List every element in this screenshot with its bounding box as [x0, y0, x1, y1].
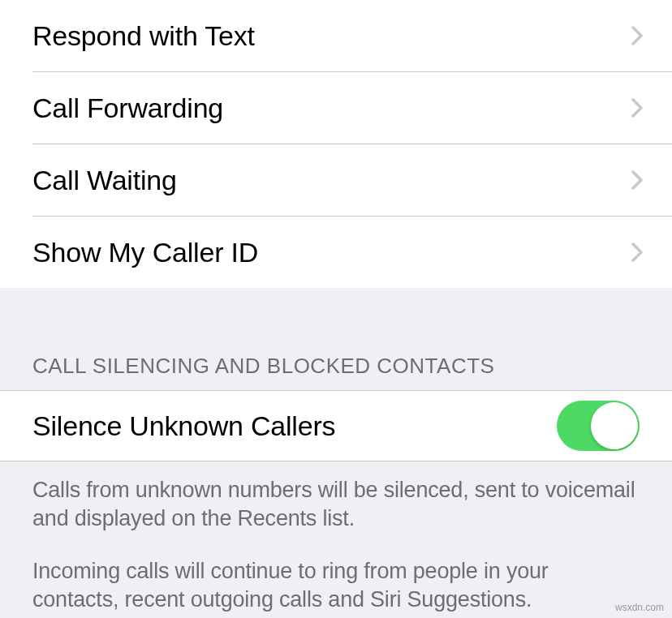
row-label: Show My Caller ID — [32, 237, 258, 268]
footer-paragraph-1: Calls from unknown numbers will be silen… — [32, 476, 640, 533]
toggle-knob — [591, 402, 638, 449]
chevron-right-icon — [627, 242, 648, 263]
row-call-waiting[interactable]: Call Waiting — [0, 144, 672, 216]
row-label: Call Waiting — [32, 165, 177, 196]
toggle-silence-unknown-callers[interactable] — [557, 401, 640, 451]
section-header-call-silencing: CALL SILENCING AND BLOCKED CONTACTS — [0, 288, 672, 390]
chevron-right-icon — [627, 170, 648, 191]
section-footer: Calls from unknown numbers will be silen… — [0, 461, 672, 614]
section-header-label: CALL SILENCING AND BLOCKED CONTACTS — [32, 354, 494, 379]
row-respond-with-text[interactable]: Respond with Text — [0, 0, 672, 71]
row-show-my-caller-id[interactable]: Show My Caller ID — [0, 217, 672, 288]
chevron-right-icon — [627, 97, 648, 118]
footer-paragraph-2: Incoming calls will continue to ring fro… — [32, 557, 640, 614]
row-silence-unknown-callers: Silence Unknown Callers — [0, 390, 672, 461]
row-label: Respond with Text — [32, 20, 255, 52]
row-label: Silence Unknown Callers — [32, 410, 335, 442]
settings-section-calls: Respond with Text Call Forwarding Call W… — [0, 0, 672, 288]
row-label: Call Forwarding — [32, 92, 223, 124]
row-call-forwarding[interactable]: Call Forwarding — [0, 72, 672, 144]
watermark: wsxdn.com — [615, 602, 664, 613]
chevron-right-icon — [627, 25, 648, 46]
